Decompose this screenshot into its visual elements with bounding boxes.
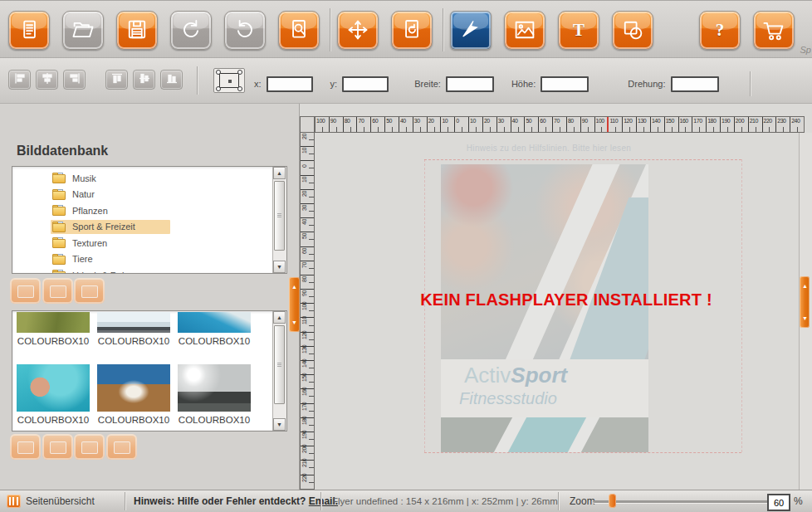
sidebar-title: Bilddatenbank [17,144,108,158]
tree-item-label: Musik [72,173,96,183]
toolbar-separator [750,71,751,96]
thumbnail-item: COLOURBOX10 [97,364,170,425]
open-document-button[interactable] [62,11,104,50]
ruler-tick: 30 [497,117,511,132]
ruler-tick: 100 [316,117,330,132]
scroll-down-icon[interactable]: ▼ [273,418,286,431]
tree-item-texturen[interactable]: Texturen [12,235,272,251]
ruler-tick: 70 [357,117,371,132]
asset-tool-button[interactable] [10,434,41,460]
thumbnail-image-bikers-sun[interactable] [178,364,251,412]
align-right-button[interactable] [63,70,86,90]
tree-item-label: Natur [72,189,95,199]
selection-rectangle-icon [213,68,245,93]
thumbnail-image-pool-child[interactable] [17,364,90,412]
asset-tool-button[interactable] [42,434,73,460]
asset-tool-button[interactable] [74,278,105,304]
pointer-icon [458,17,483,42]
flyer-photo-segment [441,417,512,452]
help-button[interactable]: ? [699,11,741,50]
align-middle-v-icon [138,72,151,88]
width-field[interactable] [446,76,494,92]
tree-item-tiere[interactable]: Tiere [12,251,272,268]
page-overview-button[interactable]: Seitenübersicht [26,495,95,507]
thumbnail-image-sail-water[interactable] [178,312,251,333]
right-panel-collapse-handle[interactable]: ▲ ▼ [800,276,810,328]
asset-tool-button[interactable] [74,434,105,460]
thumbnail-scrollbar[interactable]: ▲ ▼ [272,311,286,431]
asset-tool-button[interactable] [42,278,73,304]
thumbnail-image-meadow-group[interactable] [17,312,90,333]
ruler-tick: 30 [301,204,314,218]
align-left-icon [13,72,27,88]
thumbnail-image-sunbathing-deck[interactable] [97,364,170,412]
thumbnail-item: COLOURBOX10 [17,364,90,425]
x-field[interactable] [267,76,313,92]
ruler-tick: 10 [441,117,455,132]
flyer-brand-bold: Sport [511,363,567,388]
tree-scrollbar[interactable]: ▲ ▼ [272,167,286,273]
ruler-tick: 80 [567,117,581,132]
zoom-percent-label: % [794,495,803,507]
zoom-slider-track[interactable] [593,500,779,504]
status-hint: Hinweis: Hilfe oder Fehler entdeckt? Ema… [134,495,338,507]
tree-item-urlaub-reisen[interactable]: Urlaub & Reisen [12,267,272,274]
ruler-tick: 60 [301,247,314,261]
redo-button[interactable] [224,11,266,50]
arrow-up-icon: ▲ [800,283,810,289]
document-icon [17,17,42,42]
guide-line-top [424,159,741,160]
scroll-up-icon[interactable]: ▲ [273,167,286,179]
flyer-title-band: ActivSport Fitnessstudio [441,359,648,417]
reset-page-button[interactable] [391,11,433,50]
ruler-tick: 240 [790,117,805,132]
thumbnail-image-cyclists-sky[interactable] [97,312,170,333]
align-top-button[interactable] [105,70,128,90]
align-bottom-button[interactable] [160,70,183,90]
height-field-group: Höhe: [511,76,589,92]
insert-image-button[interactable] [504,11,545,50]
rotation-field-group: Drehung: [628,76,718,92]
scroll-down-icon[interactable]: ▼ [273,261,286,273]
page-overview-icon[interactable] [7,495,21,508]
scrollbar-thumb[interactable] [274,181,285,251]
cart-button[interactable] [753,11,795,50]
insert-shape-button[interactable] [612,11,653,50]
height-field[interactable] [541,76,589,92]
sidebar-collapse-handle[interactable]: ▲ ▼ [289,277,300,332]
document-reset-icon [399,17,424,42]
tree-item-musik[interactable]: Musik [12,170,272,187]
ruler-tick: 40 [399,117,413,132]
zoom-slider-thumb[interactable] [609,494,616,508]
rotation-field[interactable] [671,76,719,92]
transform-tool-button[interactable] [337,11,379,50]
tree-item-sport-freizeit[interactable]: Sport & Freizeit [12,219,272,236]
select-tool-button[interactable] [450,11,492,50]
zoom-value-input[interactable] [767,494,790,511]
thumbnail-row-2: COLOURBOX10COLOURBOX10COLOURBOX10 [17,364,258,425]
align-middle-vertical-button[interactable] [133,70,155,90]
ruler-tick: 150 [665,117,679,132]
asset-tool-button[interactable] [106,434,137,460]
scroll-up-icon[interactable]: ▲ [273,311,286,324]
ruler-tick: 20 [483,117,497,132]
ruler-corner [300,116,315,133]
ruler-tick: 160 [679,117,693,132]
align-center-horizontal-button[interactable] [36,70,58,90]
tree-item-pflanzen[interactable]: Pflanzen [12,202,272,219]
insert-text-button[interactable]: T [558,11,599,50]
tree-item-natur[interactable]: Natur [12,187,272,203]
horizontal-ruler: 1009080706050403020100102030405060708090… [315,116,805,133]
save-document-button[interactable] [116,11,158,50]
align-left-button[interactable] [8,70,31,90]
scrollbar-thumb[interactable] [274,325,285,404]
thumbnail-item: COLOURBOX10 [97,312,170,346]
ruler-tick: 70 [553,117,567,132]
new-document-button[interactable] [8,11,50,50]
y-field[interactable] [342,76,389,92]
asset-tool-button[interactable] [10,278,41,304]
preview-document-button[interactable] [278,11,320,50]
thumbnail-label: COLOURBOX10 [17,336,90,346]
design-canvas: 1009080706050403020100102030405060708090… [299,104,812,490]
undo-button[interactable] [170,11,212,50]
